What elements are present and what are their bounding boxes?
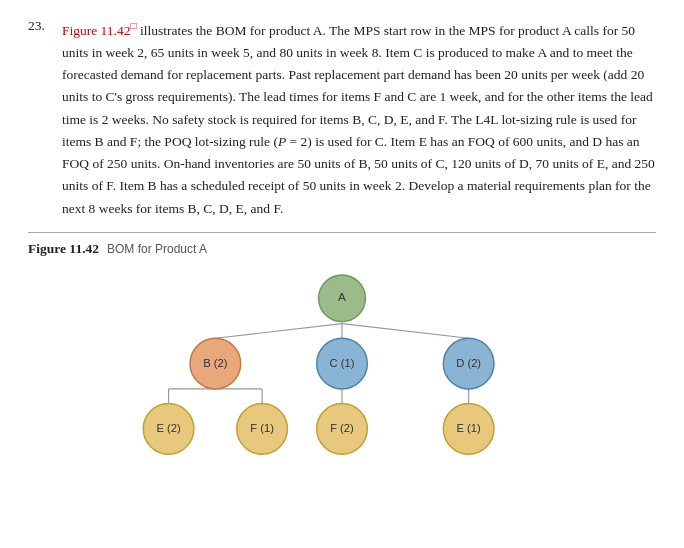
question-text: Figure 11.42□ illustrates the BOM for pr… [62, 18, 656, 220]
node-B-label: B (2) [203, 356, 228, 368]
italic-p: P [278, 134, 286, 149]
node-F2-label: F (2) [330, 422, 354, 434]
question-body: illustrates the BOM for product A. The M… [62, 23, 655, 216]
figure-ref[interactable]: Figure 11.42 [62, 23, 131, 38]
svg-line-0 [215, 324, 342, 339]
node-E1-label: E (1) [457, 422, 482, 434]
node-E2-label: E (2) [156, 422, 181, 434]
node-A-label: A [338, 290, 346, 303]
node-F1-label: F (1) [250, 422, 274, 434]
node-D-label: D (2) [456, 356, 481, 368]
svg-line-2 [342, 324, 469, 339]
bom-diagram: A B (2) C (1) D (2) E (2) F (1) F (2) E … [28, 261, 656, 469]
ref-icon: □ [131, 20, 137, 31]
question-number: 23. [28, 18, 56, 220]
node-C-label: C (1) [330, 356, 355, 368]
section-divider [28, 232, 656, 233]
figure-title: BOM for Product A [107, 242, 207, 256]
question-block: 23. Figure 11.42□ illustrates the BOM fo… [28, 18, 656, 220]
bom-svg: A B (2) C (1) D (2) E (2) F (1) F (2) E … [82, 271, 602, 461]
figure-caption: Figure 11.42 BOM for Product A [28, 241, 656, 257]
figure-label: Figure 11.42 [28, 241, 99, 257]
